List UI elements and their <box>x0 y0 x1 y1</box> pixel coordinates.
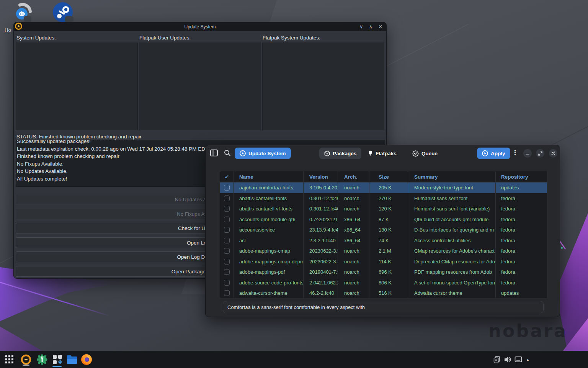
icon-badge <box>24 16 31 22</box>
sidebar-toggle-button[interactable] <box>210 150 218 156</box>
tab-flatpaks-label: Flatpaks <box>376 151 397 156</box>
summary-cell: Humanist sans serif font (variable) <box>408 204 496 214</box>
minimize-icon[interactable]: ∨ <box>359 24 363 29</box>
column-header-version[interactable]: Version <box>304 171 338 182</box>
gear-wrench-icon <box>37 354 47 365</box>
column-header-arch[interactable]: Arch. <box>338 171 369 182</box>
summary-cell: Adwaita cursor theme <box>408 288 496 299</box>
row-checkbox[interactable] <box>224 290 230 296</box>
select-all-header[interactable]: ✔ <box>220 171 234 182</box>
update-system-button[interactable]: Update System <box>235 148 291 159</box>
search-button[interactable] <box>224 150 231 156</box>
firefox-icon <box>81 354 92 365</box>
column-header-name[interactable]: Name <box>234 171 304 182</box>
table-row[interactable]: adobe-mappings-pdf20190401-7.fc40noarch6… <box>220 267 547 278</box>
size-cell: 130 K <box>369 225 408 235</box>
close-icon[interactable]: ✕ <box>378 24 382 29</box>
restore-button[interactable] <box>536 149 544 158</box>
arch-cell: noarch <box>338 288 369 299</box>
row-checkbox[interactable] <box>224 217 230 222</box>
row-checkbox[interactable] <box>224 280 230 286</box>
size-cell: 74 K <box>369 235 408 246</box>
tray-expand-caret[interactable]: ▴ <box>527 351 529 368</box>
checkbox-cell <box>220 288 234 299</box>
checkbox-cell <box>220 182 234 193</box>
version-cell: 23.13.9-4.fc40 <box>304 225 338 235</box>
arch-cell: noarch <box>338 256 369 267</box>
column-header-size[interactable]: Size <box>369 171 408 182</box>
tray-display[interactable] <box>514 351 522 368</box>
summary-cell: Modern style true type font <box>408 182 496 193</box>
row-checkbox[interactable] <box>224 185 230 191</box>
taskbar-item-file-manager[interactable] <box>67 351 77 368</box>
maximize-icon[interactable]: ∧ <box>369 24 373 29</box>
app-launcher-button[interactable] <box>5 351 13 368</box>
name-cell: acl <box>234 235 304 246</box>
active-task-indicator <box>52 366 62 367</box>
tab-queue-label: Queue <box>421 151 438 156</box>
speaker-icon <box>504 356 511 363</box>
summary-cell: A set of mono-spaced OpenType fon <box>408 278 496 288</box>
titlebar[interactable]: Update System <box>14 22 386 31</box>
tab-queue[interactable]: Queue <box>412 148 438 159</box>
table-row[interactable]: adobe-mappings-cmap-deprecated20230622-3… <box>220 256 547 267</box>
window-controls: ∨ ∧ ✕ <box>359 22 382 31</box>
row-checkbox[interactable] <box>224 206 230 212</box>
checkbox-cell <box>220 246 234 256</box>
repository-cell: updates <box>496 182 548 193</box>
minimize-button[interactable] <box>523 149 532 158</box>
version-cell: 0.301-12.fc40 <box>304 204 338 214</box>
repository-cell: updates <box>496 288 548 299</box>
table-row[interactable]: abattis-cantarell-vf-fonts0.301-12.fc40n… <box>220 204 547 214</box>
tray-volume[interactable] <box>504 351 511 368</box>
minimize-icon <box>526 151 529 155</box>
update-system-app-icon <box>15 23 22 30</box>
tab-packages[interactable]: Packages <box>319 148 361 159</box>
app-grid-icon <box>5 355 13 363</box>
table-row[interactable]: aajohan-comfortaa-fonts3.105-0.4.2023noa… <box>220 182 547 193</box>
arch-cell: noarch <box>338 267 369 278</box>
column-header-summary[interactable]: Summary <box>408 171 496 182</box>
repository-cell: fedora <box>496 235 548 246</box>
size-cell: 205 K <box>369 182 408 193</box>
table-header-row: ✔NameVersionArch.SizeSummaryRepository <box>220 171 547 182</box>
column-header-repository[interactable]: Repository <box>496 171 548 182</box>
search-icon <box>224 150 231 156</box>
table-row[interactable]: adobe-source-code-pro-fonts2.042.1.062.1… <box>220 278 547 288</box>
version-cell: 0.301-12.fc40 <box>304 193 338 204</box>
row-checkbox[interactable] <box>224 248 230 254</box>
repository-cell: fedora <box>496 204 548 214</box>
repository-cell: fedora <box>496 193 548 204</box>
taskbar-item-firefox[interactable] <box>81 351 92 368</box>
close-icon <box>551 151 555 155</box>
table-row[interactable]: abattis-cantarell-fonts0.301-12.fc40noar… <box>220 193 547 204</box>
arch-cell: x86_64 <box>338 235 369 246</box>
flatpak-icon <box>368 150 373 156</box>
table-row[interactable]: acl2.3.2-1.fc40x86_6474 KAccess control … <box>220 235 547 246</box>
table-row[interactable]: accounts-qml-module-qt60.7^20231212x86_6… <box>220 214 547 225</box>
restore-icon <box>538 151 542 156</box>
menu-kebab-icon[interactable]: ⋮ <box>512 149 518 157</box>
repository-cell: fedora <box>496 278 548 288</box>
table-row[interactable]: accountsservice23.13.9-4.fc40x86_64130 K… <box>220 225 547 235</box>
name-cell: adobe-source-code-pro-fonts <box>234 278 304 288</box>
table-row[interactable]: adobe-mappings-cmap20230622-3.fc40noarch… <box>220 246 547 256</box>
row-checkbox[interactable] <box>224 196 230 201</box>
close-button[interactable] <box>549 149 557 158</box>
taskbar-item-package-manager[interactable] <box>52 351 62 368</box>
repository-cell: fedora <box>496 256 548 267</box>
row-checkbox[interactable] <box>224 269 230 275</box>
summary-cell: Humanist sans serif font <box>408 193 496 204</box>
row-checkbox[interactable] <box>224 227 230 233</box>
tab-flatpaks[interactable]: Flatpaks <box>368 148 397 159</box>
row-checkbox[interactable] <box>224 259 230 264</box>
summary-cell: Deprecated CMap resources for Ado <box>408 256 496 267</box>
table-row[interactable]: adwaita-cursor-theme46.2-2.fc40noarch516… <box>220 288 547 299</box>
taskbar-item-driver-settings[interactable] <box>37 351 47 368</box>
clipboard-icon <box>493 356 501 363</box>
row-checkbox[interactable] <box>224 238 230 243</box>
desktop-icon-home-label[interactable]: Ho <box>5 27 11 33</box>
tray-clipboard[interactable] <box>493 351 501 368</box>
nobara-logo: nobara <box>488 320 567 341</box>
apply-button[interactable]: Apply <box>477 148 510 159</box>
